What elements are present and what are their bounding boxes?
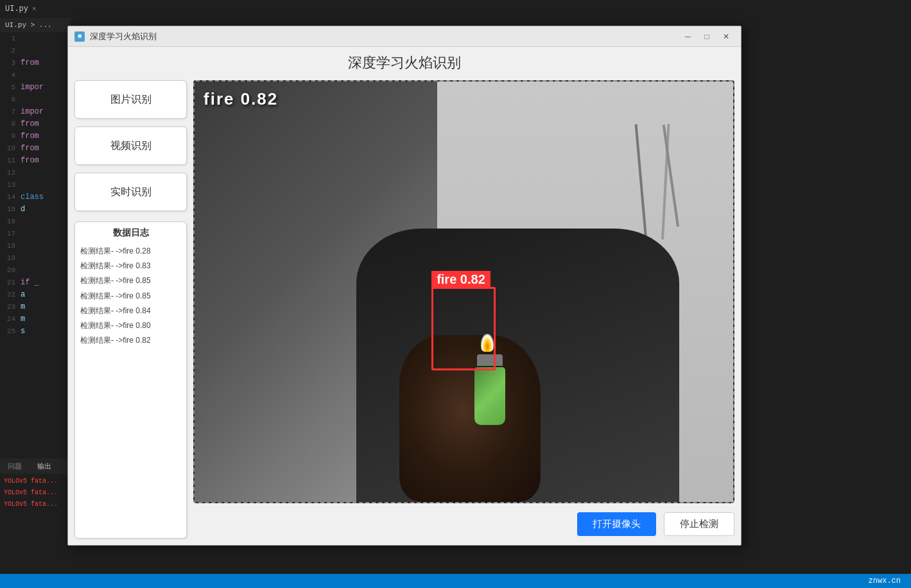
line-code: from — [21, 58, 39, 67]
line-number: 21 — [3, 279, 15, 286]
line-number: 19 — [3, 254, 15, 262]
line-number: 13 — [3, 181, 15, 189]
editor-line: 12 — [0, 166, 71, 178]
log-entry: 检测结果- ->fire 0.82 — [80, 333, 181, 348]
open-camera-button[interactable]: 打开摄像头 — [577, 512, 656, 536]
line-number: 18 — [3, 242, 15, 250]
camera-feed: fire 0.82 fire 0.82 — [195, 82, 733, 502]
line-code: a — [21, 290, 25, 299]
editor-line: 18 — [0, 239, 71, 252]
line-code: impor — [21, 107, 44, 116]
statusbar-text: znwx.cn — [869, 576, 901, 585]
app-icon-symbol: ■ — [78, 33, 82, 40]
log-entry: 检测结果- ->fire 0.83 — [80, 259, 181, 273]
editor-line: 25 s — [0, 325, 71, 337]
editor-line: 23 m — [0, 300, 71, 313]
output-line: YOLOv5 fata... — [4, 499, 67, 510]
line-number: 11 — [3, 157, 15, 164]
minimize-button[interactable]: ─ — [679, 31, 696, 42]
editor-line: 22 a — [0, 288, 71, 300]
breadcrumb-text: UI.py > ... — [5, 21, 52, 29]
line-code: d — [21, 205, 25, 214]
line-number: 20 — [3, 266, 15, 274]
editor-line: 10from — [0, 142, 71, 154]
bottom-panel: 问题 输出 YOLOv5 fata...YOLOv5 fata...YOLOv5… — [0, 458, 71, 574]
line-number: 16 — [3, 218, 15, 225]
panel-tab-problems[interactable]: 问题 — [0, 458, 30, 474]
line-code: from — [21, 132, 39, 141]
video-recognition-button[interactable]: 视频识别 — [74, 126, 187, 165]
dialog-window: ■ 深度学习火焰识别 ─ □ ✕ 深度学习火焰识别 图片识别 视频识别 实时识别… — [67, 26, 742, 546]
line-number: 23 — [3, 303, 15, 311]
editor-line: 17 — [0, 227, 71, 239]
editor-line: 11from — [0, 154, 71, 166]
action-buttons: 打开摄像头 停止检测 — [193, 510, 734, 539]
line-code: s — [21, 327, 25, 336]
tab-label: UI.py — [5, 4, 28, 13]
line-code: if _ — [21, 278, 39, 287]
log-entry: 检测结果- ->fire 0.84 — [80, 304, 181, 318]
line-number: 22 — [3, 291, 15, 298]
log-entry: 检测结果- ->fire 0.28 — [80, 244, 181, 259]
tools-background — [646, 124, 679, 252]
log-entry: 检测结果- ->fire 0.85 — [80, 273, 181, 288]
line-number: 8 — [3, 120, 15, 128]
editor-line: 15 d — [0, 203, 71, 215]
line-code: impor — [21, 83, 44, 92]
line-code: class — [21, 193, 44, 202]
editor-line: 14class — [0, 191, 71, 203]
line-number: 14 — [3, 193, 15, 201]
output-line: YOLOv5 fata... — [4, 488, 67, 498]
line-number: 6 — [3, 96, 15, 103]
detection-label: fire 0.82 — [431, 271, 490, 288]
image-recognition-button[interactable]: 图片识别 — [74, 80, 187, 119]
editor-line: 1 — [0, 32, 71, 44]
main-title: 深度学习火焰识别 — [74, 53, 734, 73]
log-panel: 数据日志 检测结果- ->fire 0.28检测结果- ->fire 0.83检… — [74, 221, 187, 539]
line-number: 2 — [3, 47, 15, 55]
line-number: 24 — [3, 315, 15, 323]
line-number: 12 — [3, 169, 15, 177]
realtime-recognition-button[interactable]: 实时识别 — [74, 173, 187, 211]
lighter-body — [474, 367, 505, 425]
editor-line: 20 — [0, 264, 71, 276]
editor-line: 5impor — [0, 81, 71, 93]
line-number: 10 — [3, 144, 15, 152]
line-number: 7 — [3, 108, 15, 116]
panel-tab-output[interactable]: 输出 — [30, 458, 59, 474]
editor-line: 2 — [0, 44, 71, 56]
log-entry: 检测结果- ->fire 0.80 — [80, 318, 181, 333]
dialog-body: 图片识别 视频识别 实时识别 数据日志 检测结果- ->fire 0.28检测结… — [74, 80, 734, 539]
dialog-content: 深度学习火焰识别 图片识别 视频识别 实时识别 数据日志 检测结果- ->fir… — [68, 47, 741, 545]
dialog-titlebar: ■ 深度学习火焰识别 ─ □ ✕ — [68, 26, 741, 47]
editor-line: 8from — [0, 117, 71, 130]
stop-detection-button[interactable]: 停止检测 — [664, 512, 734, 536]
log-title: 数据日志 — [80, 227, 181, 239]
editor-line: 7impor — [0, 105, 71, 117]
editor-line: 24 m — [0, 313, 71, 325]
close-button[interactable]: ✕ — [718, 31, 734, 42]
editor-line: 4 — [0, 69, 71, 81]
line-number: 4 — [3, 71, 15, 79]
output-content: YOLOv5 fata...YOLOv5 fata...YOLOv5 fata.… — [0, 474, 71, 514]
line-code: m — [21, 315, 25, 324]
editor-line: 9from — [0, 130, 71, 142]
main-view: fire 0.82 fire 0.82 打开摄像头 停止检测 — [193, 80, 734, 539]
maximize-button[interactable]: □ — [698, 31, 715, 42]
editor-line: 3from — [0, 56, 71, 69]
dialog-title: 深度学习火焰识别 — [90, 31, 157, 42]
line-number: 9 — [3, 132, 15, 140]
editor-line: 6 — [0, 93, 71, 105]
editor-line: 19 — [0, 252, 71, 264]
line-code: m — [21, 302, 25, 311]
editor-line: 16 — [0, 215, 71, 227]
titlebar-controls: ─ □ ✕ — [679, 31, 734, 42]
tab-close-icon[interactable]: × — [32, 5, 37, 13]
editor-line: 13 — [0, 178, 71, 191]
editor-line: 21if _ — [0, 276, 71, 288]
line-number: 3 — [3, 59, 15, 67]
editor-tab[interactable]: UI.py × — [0, 0, 71, 18]
line-code: from — [21, 156, 39, 165]
panel-tabs: 问题 输出 — [0, 458, 71, 474]
code-lines: 123from45impor67impor8from9from10from11f… — [0, 32, 71, 337]
